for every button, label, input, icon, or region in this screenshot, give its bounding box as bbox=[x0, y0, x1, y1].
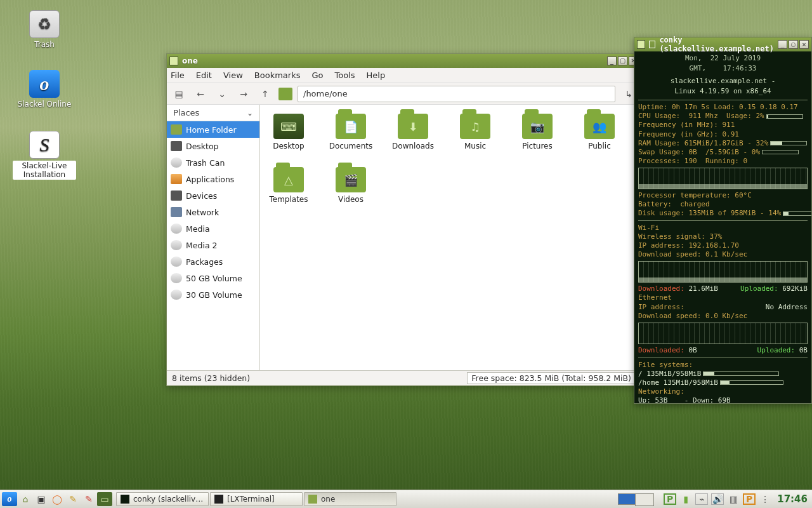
task-icon bbox=[214, 495, 223, 504]
folder-icon: ⬇ bbox=[398, 114, 428, 139]
nav-forward-button[interactable]: → bbox=[235, 86, 252, 102]
conky-ram: RAM Usage: 615MiB/1.87GiB - 32% bbox=[638, 139, 768, 147]
menu-go[interactable]: Go bbox=[311, 70, 323, 80]
disk-icon bbox=[171, 257, 182, 267]
menu-tools[interactable]: Tools bbox=[334, 70, 355, 80]
sidebar-item-applications[interactable]: Applications bbox=[167, 171, 259, 187]
sidebar-item-devices[interactable]: Devices bbox=[167, 187, 259, 204]
taskbar-launchers: o ⌂ ▣ ◯ ✎ ✎ ▭ bbox=[2, 492, 112, 506]
nav-home-button[interactable] bbox=[278, 88, 292, 100]
taskbar-clock[interactable]: 17:46 bbox=[775, 493, 810, 505]
desktop-icon-slackel-install[interactable]: S Slackel-Live Installation bbox=[13, 131, 76, 180]
tray-battery-icon[interactable]: ▮ bbox=[679, 493, 692, 505]
conky-minimize-button[interactable]: _ bbox=[778, 40, 787, 49]
conky-procs: Processes: 190 Running: 0 bbox=[638, 157, 747, 165]
trash-icon: ♻ bbox=[29, 10, 60, 38]
launcher-terminal[interactable]: ▣ bbox=[34, 492, 49, 506]
nav-back-button[interactable]: ← bbox=[192, 86, 209, 102]
nav-history-button[interactable]: ⌄ bbox=[214, 86, 230, 102]
fm-titlebar[interactable]: one _ ▢ ✕ bbox=[167, 54, 641, 68]
conky-cpu: CPU Usage: 911 Mhz Usage: 2% bbox=[638, 112, 764, 120]
folder-icon: △ bbox=[273, 167, 304, 192]
conky-app-icon bbox=[649, 41, 656, 48]
fm-window-icon bbox=[169, 57, 178, 65]
tray-bluetooth-icon[interactable]: ⌁ bbox=[695, 493, 708, 505]
conky-net-header: Networking: bbox=[638, 387, 808, 396]
menu-help[interactable]: Help bbox=[367, 70, 386, 80]
fm-content[interactable]: ⌨Desktop 📄Documents ⬇Downloads ♫Music 📷P… bbox=[260, 105, 641, 370]
launcher-desktop[interactable]: ▭ bbox=[97, 492, 112, 506]
menu-bookmarks[interactable]: Bookmarks bbox=[254, 70, 301, 80]
tray-parking-icon[interactable]: P bbox=[664, 493, 676, 505]
folder-icon: ♫ bbox=[460, 114, 490, 139]
menu-edit[interactable]: Edit bbox=[196, 70, 212, 80]
sidebar-item-network[interactable]: Network bbox=[167, 204, 259, 220]
sidebar-item-trash[interactable]: Trash Can bbox=[167, 154, 259, 171]
path-bar[interactable]: /home/one bbox=[298, 86, 615, 102]
folder-desktop[interactable]: ⌨Desktop bbox=[266, 114, 311, 150]
sidebar-places-header[interactable]: Places bbox=[167, 105, 259, 121]
launcher-menu[interactable]: o bbox=[2, 492, 17, 506]
desktop-icon-trash[interactable]: ♻ Trash bbox=[13, 10, 76, 49]
fm-statusbar: 8 items (23 hidden) Free space: 823.5 Mi… bbox=[167, 370, 641, 385]
sidebar-item-home[interactable]: Home Folder bbox=[167, 121, 259, 138]
folder-public[interactable]: 👥Public bbox=[577, 114, 622, 150]
launcher-settings[interactable]: ✎ bbox=[81, 492, 96, 506]
applications-icon bbox=[171, 174, 182, 184]
status-items: 8 items (23 hidden) bbox=[172, 373, 250, 383]
conky-wifi-header: Wi-Fi bbox=[638, 224, 808, 232]
new-tab-button[interactable]: ▤ bbox=[171, 86, 187, 102]
conky-close-button[interactable]: ✕ bbox=[799, 40, 809, 49]
folder-music[interactable]: ♫Music bbox=[453, 114, 497, 150]
workspace-pager[interactable] bbox=[618, 493, 636, 505]
launcher-editor[interactable]: ✎ bbox=[65, 492, 81, 506]
taskbar-task-one[interactable]: one bbox=[304, 492, 396, 506]
tray-network-icon[interactable]: ▥ bbox=[727, 493, 740, 505]
conky-net-updown: Up: 53B - Down: 69B bbox=[638, 396, 808, 403]
desktop-icon-label: Slackel Online bbox=[13, 100, 76, 109]
conky-freq-mhz: Frequency (in MHz): 911 bbox=[638, 121, 735, 129]
sidebar-item-vol50[interactable]: 50 GB Volume bbox=[167, 270, 259, 286]
slackel-online-icon: o bbox=[29, 70, 60, 98]
conky-titlebar[interactable]: conky (slackellive.example.net) _ ▢ ✕ bbox=[634, 37, 811, 51]
folder-downloads[interactable]: ⬇Downloads bbox=[391, 114, 435, 150]
tray-parking2-icon[interactable]: P bbox=[743, 493, 756, 505]
fs-root-bar bbox=[703, 371, 779, 376]
conky-freq-ghz: Frequency (in GHz): 0.91 bbox=[638, 130, 739, 138]
conky-maximize-button[interactable]: ▢ bbox=[789, 40, 798, 49]
folder-icon: 📄 bbox=[336, 114, 366, 139]
taskbar-task-conky[interactable]: conky (slackelliv… bbox=[116, 492, 209, 506]
ram-bar bbox=[770, 141, 807, 145]
conky-date: Mon, 22 July 2019 bbox=[638, 54, 808, 63]
conky-eth-header: Ethernet bbox=[638, 293, 808, 302]
file-manager-window: one _ ▢ ✕ File Edit View Bookmarks Go To… bbox=[166, 53, 641, 386]
folder-pictures[interactable]: 📷Pictures bbox=[515, 114, 560, 150]
desktop-icon-slackel-online[interactable]: o Slackel Online bbox=[13, 70, 76, 109]
conky-kernel: Linux 4.19.59 on x86_64 bbox=[638, 87, 808, 96]
status-free-space: Free space: 823.5 MiB (Total: 958.2 MiB) bbox=[467, 372, 636, 384]
sidebar-item-media2[interactable]: Media 2 bbox=[167, 237, 259, 253]
conky-batt: Battery: charged bbox=[638, 200, 710, 208]
trash-icon bbox=[171, 157, 182, 168]
launcher-firefox[interactable]: ◯ bbox=[49, 492, 65, 506]
launcher-files[interactable]: ⌂ bbox=[18, 492, 33, 506]
cpu-bar bbox=[766, 114, 803, 119]
folder-videos[interactable]: 🎬Videos bbox=[329, 167, 373, 204]
disk-icon bbox=[171, 240, 182, 250]
disk-icon bbox=[171, 273, 182, 283]
menu-view[interactable]: View bbox=[223, 70, 243, 80]
sidebar-item-desktop[interactable]: Desktop bbox=[167, 138, 259, 154]
nav-up-button[interactable]: ↑ bbox=[257, 86, 273, 102]
tray-volume-icon[interactable]: 🔊 bbox=[711, 493, 724, 505]
folder-documents[interactable]: 📄Documents bbox=[329, 114, 373, 150]
folder-templates[interactable]: △Templates bbox=[266, 167, 311, 204]
sidebar-item-vol30[interactable]: 30 GB Volume bbox=[167, 286, 259, 303]
taskbar-task-terminal[interactable]: [LXTerminal] bbox=[210, 492, 303, 506]
conky-wifi-signal: Wireless signal: 37% bbox=[638, 232, 722, 241]
fm-maximize-button[interactable]: ▢ bbox=[618, 57, 627, 65]
wifi-graph bbox=[638, 261, 808, 283]
menu-file[interactable]: File bbox=[171, 70, 185, 80]
sidebar-item-media[interactable]: Media bbox=[167, 220, 259, 237]
sidebar-item-packages[interactable]: Packages bbox=[167, 253, 259, 270]
fm-minimize-button[interactable]: _ bbox=[607, 57, 617, 65]
